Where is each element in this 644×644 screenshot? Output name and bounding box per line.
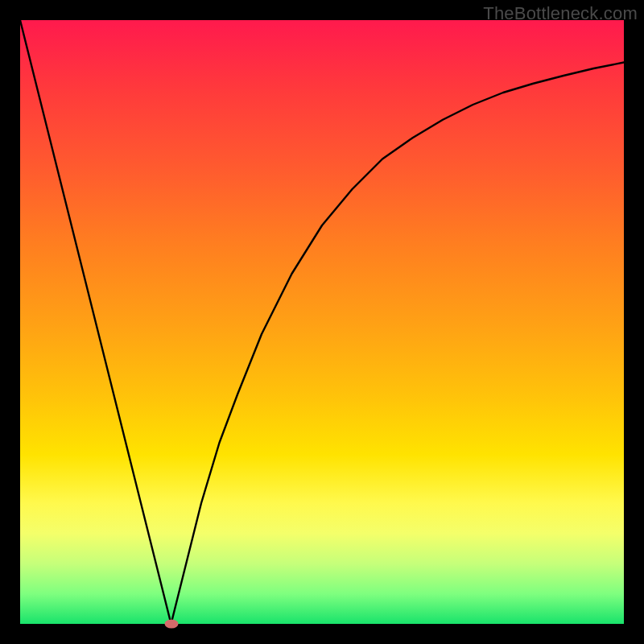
- chart-frame: [20, 20, 624, 624]
- watermark-text: TheBottleneck.com: [483, 3, 638, 24]
- minimum-marker: [164, 620, 178, 629]
- bottleneck-curve: [20, 20, 624, 624]
